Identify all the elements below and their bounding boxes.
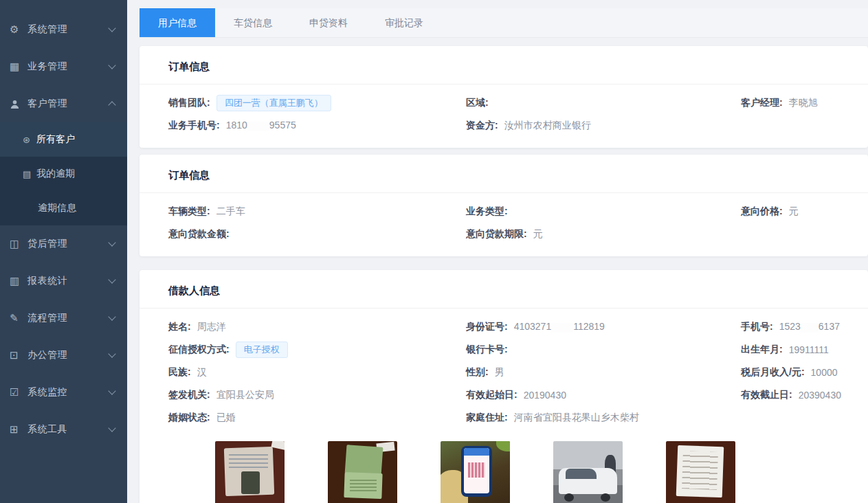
field-region: 区域: (466, 97, 741, 109)
main-area: 用户信息 车贷信息 申贷资料 审批记录 订单信息 销售团队: 四团一营（直属王鹏… (127, 0, 868, 503)
field-account-manager: 客户经理: 李晓旭 (741, 97, 868, 109)
field-valid-to: 有效截止日: 20390430 (741, 389, 868, 401)
field-name: 姓名: 周志洋 (168, 321, 466, 333)
chevron-down-icon (108, 313, 115, 320)
field-ethnicity: 民族: 汉 (168, 366, 466, 379)
tab-bar: 用户信息 车贷信息 申贷资料 审批记录 (140, 8, 868, 38)
sidebar-item-my-overdue[interactable]: ▤ 我的逾期 (0, 157, 127, 191)
photo-person-with-car[interactable] (553, 441, 623, 503)
field-credit-auth: 征信授权方式: 电子授权 (168, 342, 466, 358)
credit-auth-tag[interactable]: 电子授权 (236, 342, 288, 358)
card-title: 订单信息 (140, 46, 868, 85)
photo-item: 征信授权 (441, 441, 510, 503)
office-icon: ⊡ (10, 349, 27, 361)
sidebar-item-system-management[interactable]: ⚙ 系统管理 (0, 11, 127, 48)
toolbox-icon: ⊞ (10, 423, 27, 436)
sidebar-item-label: 系统监控 (27, 386, 109, 399)
sidebar-item-all-customers[interactable]: ⊛ 所有客户 (0, 122, 127, 157)
clipboard-edit-icon: ✎ (10, 312, 27, 324)
sidebar-item-process-management[interactable]: ✎ 流程管理 (0, 300, 127, 337)
sidebar-item-label: 我的逾期 (36, 168, 75, 180)
ledger-icon: ▤ (23, 169, 36, 179)
monitor-check-icon: ☑ (10, 386, 27, 399)
field-intent-price: 意向价格: 元 (741, 205, 868, 218)
sidebar-item-system-tools[interactable]: ⊞ 系统工具 (0, 411, 127, 448)
redacted-area (247, 122, 269, 131)
grid-icon: ▦ (10, 60, 27, 73)
sales-team-tag[interactable]: 四团一营（直属王鹏飞） (216, 95, 331, 111)
tab-approval-records[interactable]: 审批记录 (366, 8, 442, 37)
order-info-card-2: 订单信息 车辆类型: 二手车 业务类型: 意向价格: 元 (140, 155, 868, 256)
field-vehicle-type: 车辆类型: 二手车 (168, 205, 466, 218)
sidebar-item-label: 报表统计 (27, 275, 109, 287)
tab-user-info[interactable]: 用户信息 (140, 8, 215, 37)
sidebar-item-label: 流程管理 (27, 312, 109, 324)
sidebar-item-label: 业务管理 (27, 60, 109, 73)
borrower-info-card: 借款人信息 姓名: 周志洋 身份证号: 4103271112819 手机号: (140, 270, 868, 503)
chevron-down-icon (108, 24, 115, 32)
field-birth-date: 出生年月: 19911111 (741, 344, 868, 356)
sidebar-item-postloan-management[interactable]: ◫ 贷后管理 (0, 225, 127, 262)
sidebar-item-label: 办公管理 (27, 349, 109, 361)
sidebar-item-label: 所有客户 (36, 133, 75, 146)
sidebar-item-overdue-info[interactable]: 逾期信息 (0, 191, 127, 225)
chevron-down-icon (108, 350, 115, 357)
field-issuing-authority: 签发机关: 宜阳县公安局 (168, 389, 466, 401)
compass-icon: ⊛ (23, 135, 36, 145)
sidebar: ⚙ 系统管理 ▦ 业务管理 客户管理 ⊛ 所有客户 ▤ 我的逾期 (0, 0, 127, 503)
sidebar-item-office-management[interactable]: ⊡ 办公管理 (0, 337, 127, 374)
sidebar-item-report-statistics[interactable]: ▥ 报表统计 (0, 262, 127, 300)
order-info-card-1: 订单信息 销售团队: 四团一营（直属王鹏飞） 区域: 客户经理: (140, 46, 868, 148)
user-icon (10, 99, 27, 109)
sidebar-item-label: 系统管理 (27, 23, 109, 36)
borrower-photos: 身份证 行驶证图片 征信授权 (168, 429, 868, 503)
photo-phone-qr-code[interactable] (441, 441, 510, 503)
field-business-phone: 业务手机号: 181095575 (168, 120, 466, 132)
chevron-down-icon (108, 387, 115, 394)
tab-loan-application-materials[interactable]: 申贷资料 (291, 8, 366, 37)
field-id-number: 身份证号: 4103271112819 (466, 321, 741, 333)
field-funder: 资金方: 汝州市农村商业银行 (466, 120, 741, 132)
chevron-down-icon (108, 238, 115, 246)
photo-green-booklet[interactable] (328, 441, 397, 503)
photo-document-paper[interactable] (666, 441, 735, 503)
field-valid-from: 有效起始日: 20190430 (466, 389, 741, 401)
monitor-icon: ▥ (10, 275, 27, 287)
tab-car-loan-info[interactable]: 车贷信息 (215, 8, 291, 37)
sidebar-item-customer-management[interactable]: 客户管理 (0, 85, 127, 122)
photo-item: 人车照 (553, 441, 623, 503)
sidebar-item-label: 系统工具 (27, 423, 109, 436)
photo-item: 行驶证图片 (328, 441, 397, 503)
redacted-area (801, 323, 819, 333)
chevron-down-icon (108, 424, 115, 432)
field-intent-loan-term: 意向贷款期限: 元 (466, 228, 741, 241)
field-home-address: 家庭住址: 河南省宜阳县花果山乡木柴村 (466, 412, 741, 424)
photo-id-card[interactable] (215, 441, 285, 503)
content-area: 订单信息 销售团队: 四团一营（直属王鹏飞） 区域: 客户经理: (127, 38, 868, 503)
chevron-down-icon (108, 61, 115, 69)
card-title: 借款人信息 (140, 270, 868, 309)
app-window: ⚙ 系统管理 ▦ 业务管理 客户管理 ⊛ 所有客户 ▤ 我的逾期 (0, 0, 868, 503)
sidebar-item-label: 客户管理 (27, 98, 109, 110)
redacted-area (551, 323, 573, 333)
book-icon: ◫ (10, 238, 27, 250)
customer-management-submenu: ⊛ 所有客户 ▤ 我的逾期 逾期信息 (0, 122, 127, 225)
field-monthly-income: 税后月收入/元: 10000 (741, 366, 868, 379)
gear-icon: ⚙ (10, 23, 27, 36)
field-mobile: 手机号: 15236137 (741, 321, 868, 333)
sidebar-item-business-management[interactable]: ▦ 业务管理 (0, 48, 127, 85)
photo-item: 身份证 (215, 441, 285, 503)
field-bank-card: 银行卡号: (466, 344, 741, 356)
chevron-down-icon (108, 276, 115, 283)
field-gender: 性别: 男 (466, 366, 741, 379)
photo-item: 其他材料 (666, 441, 735, 503)
sidebar-item-label: 贷后管理 (27, 238, 109, 250)
field-intent-loan-amount: 意向贷款金额: (168, 228, 466, 241)
field-sales-team: 销售团队: 四团一营（直属王鹏飞） (168, 95, 466, 111)
card-title: 订单信息 (140, 155, 868, 193)
field-marital-status: 婚姻状态: 已婚 (168, 412, 466, 424)
chevron-up-icon (108, 101, 115, 109)
sidebar-item-system-monitor[interactable]: ☑ 系统监控 (0, 374, 127, 411)
field-business-type: 业务类型: (466, 205, 741, 218)
sidebar-item-label: 逾期信息 (38, 202, 76, 214)
